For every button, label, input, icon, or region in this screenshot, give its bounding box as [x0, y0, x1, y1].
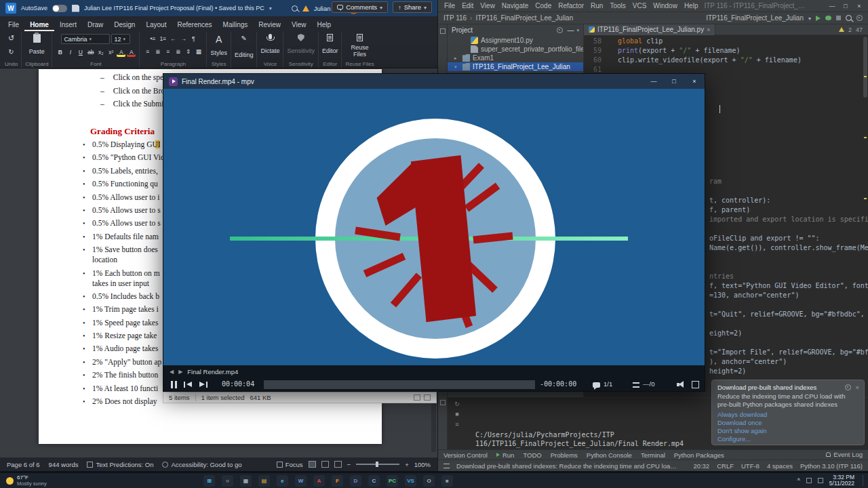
search-everywhere-icon[interactable] [846, 15, 852, 21]
taskbar-app-pycharm[interactable]: PC [387, 475, 398, 487]
minimize-button[interactable]: — [826, 3, 838, 9]
taskbar-app-obs[interactable]: O [423, 475, 435, 487]
minimize-button[interactable]: — [644, 74, 664, 89]
paragraph-button[interactable]: ← [169, 34, 178, 43]
menu-item[interactable]: Code [532, 1, 555, 11]
console-options-icon[interactable]: ≡ [455, 421, 458, 428]
project-tree-item-super-secret-private-portfolio-file-dat[interactable]: super_secret_private_portfolio_file.dat [448, 45, 583, 54]
alert-icon[interactable] [302, 5, 309, 12]
close-tab-icon[interactable] [707, 26, 710, 33]
taskbar-app-file-explorer[interactable]: ▤ [258, 475, 270, 487]
maximize-button[interactable]: □ [840, 3, 852, 9]
format-button[interactable]: A [127, 48, 136, 57]
pause-button[interactable] [171, 381, 177, 388]
subtitle-track-icon[interactable] [593, 382, 600, 388]
paragraph-button[interactable]: → [179, 34, 188, 43]
taskbar-app-app-red[interactable]: A [313, 475, 325, 487]
styles-button[interactable]: Styles [210, 49, 227, 56]
paragraph-button[interactable]: 1≡ [159, 34, 167, 43]
paragraph-button[interactable]: ▦ [194, 47, 203, 56]
status-segment[interactable]: 20:32 [693, 462, 709, 470]
text-predictions[interactable]: Text Predictions: On [87, 461, 153, 468]
menu-item[interactable]: Run [587, 1, 606, 11]
notification-link[interactable]: Configure... [717, 435, 859, 443]
undo-button[interactable] [7, 34, 16, 43]
typo-count[interactable]: 47 [856, 26, 863, 33]
notification-settings-gear-icon[interactable] [845, 384, 851, 390]
clock[interactable]: 3:32 PM 5/11/2022 [829, 474, 854, 487]
menu-item[interactable]: Navigate [498, 1, 532, 11]
taskbar-app-edge[interactable]: e [277, 475, 288, 487]
styles-icon[interactable] [216, 34, 222, 45]
notification-link[interactable]: Don't show again [717, 427, 859, 434]
ribbon-tab-home[interactable]: Home [24, 19, 54, 31]
taskbar-app-app-dark[interactable]: ■ [441, 475, 453, 487]
search-icon[interactable] [292, 5, 298, 12]
paragraph-button[interactable]: ⇕ [184, 47, 193, 56]
paragraph-button[interactable]: ≣ [174, 47, 182, 56]
stop-icon[interactable]: ■ [455, 411, 458, 418]
title-dropdown-icon[interactable] [269, 5, 272, 12]
ribbon-tab-insert[interactable]: Insert [54, 19, 82, 31]
save-icon[interactable] [72, 5, 79, 12]
taskbar-app-vscode[interactable]: VS [405, 475, 416, 487]
editor-button[interactable]: Editor [322, 47, 338, 54]
paste-icon[interactable] [33, 34, 41, 43]
volume-icon[interactable] [677, 381, 686, 388]
debug-button[interactable] [825, 16, 831, 20]
format-button[interactable]: U [76, 48, 85, 57]
format-button[interactable]: x² [106, 48, 115, 57]
menu-item[interactable]: File [441, 1, 458, 11]
rerun-icon[interactable]: ↻ [454, 401, 460, 407]
playlist-next-icon[interactable]: ▶ [178, 369, 182, 375]
tool-window-button-terminal[interactable]: Terminal [641, 451, 665, 459]
warning-stripe-mark[interactable] [864, 137, 867, 138]
paragraph-button[interactable]: ≣ [153, 47, 162, 56]
warning-count[interactable]: 2 [848, 26, 852, 33]
tool-window-button-run[interactable]: Run [496, 451, 514, 459]
ribbon-tab-help[interactable]: Help [312, 19, 337, 31]
taskbar-app-discord[interactable]: D [350, 475, 361, 487]
comments-button[interactable]: Comments [332, 1, 388, 13]
paragraph-button[interactable]: ≡ [163, 47, 172, 56]
ribbon-tab-file[interactable]: File [3, 19, 24, 31]
zoom-in-button[interactable]: + [405, 461, 409, 468]
menu-item[interactable]: Tools [606, 1, 629, 11]
warning-stripe-mark[interactable] [864, 198, 867, 199]
paste-button[interactable]: Paste [29, 48, 45, 55]
tool-window-button-todo[interactable]: TODO [523, 451, 541, 459]
bookmarks-stripe-icon[interactable] [440, 400, 446, 405]
playlist-prev-icon[interactable]: ◀ [170, 369, 174, 375]
close-button[interactable]: × [853, 3, 865, 9]
stop-button[interactable] [836, 16, 841, 20]
menu-item[interactable]: Window [650, 1, 681, 11]
playlist-indicator[interactable]: —/0 [643, 380, 654, 388]
redo-button[interactable] [7, 47, 16, 56]
notification-link[interactable]: Download once [717, 419, 859, 426]
statusbar-message[interactable]: Download pre-built shared indexes: Reduc… [456, 462, 680, 470]
web-layout-button[interactable] [334, 461, 342, 468]
menu-item[interactable]: Refactor [555, 1, 587, 11]
taskbar-app-task-view[interactable]: ▦ [240, 475, 252, 487]
mpv-titlebar[interactable]: Final Render.mp4 - mpv — □ × [163, 74, 705, 89]
menu-item[interactable]: Help [681, 1, 702, 11]
ribbon-tab-design[interactable]: Design [108, 19, 140, 31]
menu-item[interactable]: Edit [458, 1, 477, 11]
hide-panel-icon[interactable]: — [567, 26, 574, 34]
run-button[interactable] [816, 16, 821, 21]
tool-window-button-python-packages[interactable]: Python Packages [674, 451, 724, 459]
status-segment[interactable]: Python 3.10 (ITP 116) [800, 462, 863, 470]
statusbar-menu-icon[interactable] [443, 464, 450, 468]
taskbar-app-search[interactable]: ○ [222, 475, 233, 487]
font-name-select[interactable]: Cambria [61, 34, 110, 44]
project-tree-item-exam1[interactable]: ▸ Exam1 [448, 54, 583, 62]
ribbon-tab-review[interactable]: Review [253, 19, 286, 31]
tray-overflow-caret[interactable] [797, 477, 800, 484]
focus-button[interactable]: Focus [277, 461, 303, 468]
taskbar-app-firefox[interactable]: F [332, 475, 343, 487]
zoom-slider[interactable] [356, 464, 399, 465]
ribbon-tab-draw[interactable]: Draw [82, 19, 108, 31]
video-viewport[interactable] [163, 89, 705, 367]
taskbar-app-chrome[interactable]: C [368, 475, 380, 487]
taskbar-app-word[interactable]: W [295, 475, 307, 487]
